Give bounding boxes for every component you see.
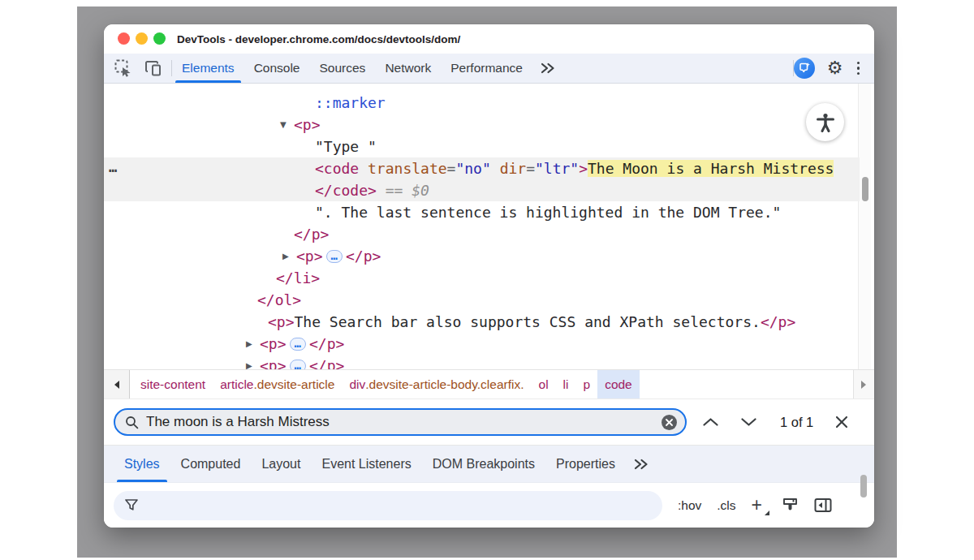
sidebar-scrollbar-thumb[interactable] bbox=[860, 475, 867, 498]
clear-search-icon[interactable] bbox=[662, 415, 677, 430]
code-token-tag: </p> bbox=[346, 248, 381, 265]
more-tabs-icon[interactable] bbox=[532, 54, 563, 83]
collapsed-content-ellipsis-button[interactable]: … bbox=[290, 338, 306, 351]
dom-tree-line[interactable]: <p>…</p> bbox=[260, 333, 344, 355]
dom-tree-line[interactable]: </p> bbox=[294, 223, 329, 245]
devtools-window: DevTools - developer.chrome.com/docs/dev… bbox=[104, 24, 874, 528]
device-toolbar-icon[interactable] bbox=[144, 59, 163, 77]
dom-tree-line[interactable]: "Type " bbox=[315, 136, 377, 157]
breadcrumb-token-tag: ol bbox=[539, 377, 549, 392]
dom-tree-line[interactable]: ::marker bbox=[315, 92, 386, 114]
toolbar-right-icons: ⚙ bbox=[794, 54, 874, 83]
tab-elements[interactable]: Elements bbox=[172, 54, 244, 83]
dom-tree-line[interactable]: </li> bbox=[276, 267, 320, 289]
tab-network[interactable]: Network bbox=[375, 54, 441, 83]
code-token-tag: <p> bbox=[294, 116, 321, 133]
sidebar-tab-dom-breakpoints[interactable]: DOM Breakpoints bbox=[422, 446, 545, 482]
ai-assistant-icon[interactable] bbox=[794, 58, 815, 79]
toggle-element-classes-button[interactable]: .cls bbox=[717, 498, 735, 513]
sidebar-tab-properties[interactable]: Properties bbox=[545, 446, 626, 482]
code-token-marker: ::marker bbox=[315, 94, 386, 111]
code-token-attr: translate bbox=[368, 160, 447, 177]
code-token-text bbox=[491, 160, 500, 177]
close-search-icon[interactable] bbox=[831, 410, 852, 434]
toggle-pseudo-state-button[interactable]: :hov bbox=[678, 498, 701, 513]
breadcrumb-token-tag: article bbox=[220, 377, 253, 392]
sidebar-tabs: StylesComputedLayoutEvent ListenersDOM B… bbox=[104, 446, 874, 483]
toggle-sidebar-panel-icon[interactable] bbox=[814, 498, 832, 513]
dom-scrollbar[interactable] bbox=[858, 84, 871, 369]
window-title: DevTools - developer.chrome.com/docs/dev… bbox=[177, 24, 460, 54]
code-token-attr: dir bbox=[500, 160, 527, 177]
sidebar-tab-computed[interactable]: Computed bbox=[170, 446, 252, 482]
sidebar-tabs-list: StylesComputedLayoutEvent ListenersDOM B… bbox=[114, 446, 626, 482]
dom-tree-line[interactable]: ". The last sentence is highlighted in t… bbox=[315, 201, 781, 223]
code-token-tag: <code bbox=[315, 160, 359, 177]
breadcrumb-token-tag: div bbox=[349, 377, 365, 392]
breadcrumb-token-cls: .devsite-article bbox=[254, 377, 335, 392]
sidebar-tab-event-listeners[interactable]: Event Listeners bbox=[311, 446, 421, 482]
traffic-lights bbox=[118, 32, 166, 45]
styles-filter-input[interactable] bbox=[114, 491, 662, 520]
new-style-rule-button[interactable]: + bbox=[752, 495, 766, 516]
collapsed-content-ellipsis-button[interactable]: … bbox=[290, 360, 306, 369]
breadcrumb-token-tag: p bbox=[584, 377, 591, 392]
rendering-brush-icon[interactable] bbox=[782, 497, 799, 514]
sidebar-more-tabs-icon[interactable] bbox=[626, 446, 657, 482]
dom-tree: …::marker▼<p>"Type "<code translate="no"… bbox=[104, 84, 874, 369]
dom-tree-line[interactable]: <p>…</p> bbox=[260, 355, 344, 369]
code-token-tag: </p> bbox=[309, 357, 344, 369]
collapse-node-icon[interactable]: ▼ bbox=[280, 114, 287, 136]
more-options-icon[interactable] bbox=[855, 60, 862, 77]
tab-sources[interactable]: Sources bbox=[310, 54, 376, 83]
sidebar-tab-layout[interactable]: Layout bbox=[251, 446, 311, 482]
next-result-icon[interactable] bbox=[738, 410, 759, 434]
close-window-button[interactable] bbox=[118, 32, 130, 45]
breadcrumb-item-div-devsite-article-body-clearfix[interactable]: div.devsite-article-body.clearfix. bbox=[342, 370, 531, 398]
styles-filter-bar: :hov .cls + bbox=[104, 483, 874, 528]
collapsed-content-ellipsis-button[interactable]: … bbox=[326, 250, 343, 263]
breadcrumb-item-code[interactable]: code bbox=[597, 370, 640, 398]
minimize-window-button[interactable] bbox=[136, 32, 148, 45]
search-input[interactable] bbox=[146, 414, 654, 430]
breadcrumb-item-ol[interactable]: ol bbox=[532, 370, 556, 398]
tab-performance[interactable]: Performance bbox=[441, 54, 532, 83]
dom-scrollbar-thumb[interactable] bbox=[862, 177, 868, 201]
toolbar-spacer bbox=[563, 54, 793, 83]
code-token-tag: <p> bbox=[260, 357, 287, 369]
code-token-tag: </p> bbox=[309, 335, 344, 352]
expand-node-icon[interactable]: ▶ bbox=[246, 333, 252, 355]
tab-console[interactable]: Console bbox=[244, 54, 310, 83]
breadcrumb-item-p[interactable]: p bbox=[576, 370, 598, 398]
breadcrumb-item-article-devsite-article[interactable]: article.devsite-article bbox=[213, 370, 342, 398]
breadcrumb-token-cls: .devsite-article-body.clearfix. bbox=[365, 377, 524, 392]
code-token-tag: > bbox=[579, 160, 588, 177]
dom-tree-line[interactable]: <p> bbox=[294, 114, 321, 136]
inspect-element-icon[interactable] bbox=[114, 59, 133, 77]
dom-tree-line[interactable]: <p>The Search bar also supports CSS and … bbox=[268, 311, 795, 333]
dom-tree-line[interactable]: </ol> bbox=[257, 289, 301, 311]
sidebar-tab-styles[interactable]: Styles bbox=[114, 446, 170, 482]
previous-result-icon[interactable] bbox=[700, 410, 721, 434]
dom-tree-line[interactable]: <code translate="no" dir="ltr">The Moon … bbox=[315, 157, 834, 179]
breadcrumb-scroll-right-icon[interactable] bbox=[853, 370, 874, 398]
dom-tree-line[interactable]: </code> == $0 bbox=[315, 179, 429, 201]
code-token-val: "no" bbox=[455, 160, 490, 177]
accessibility-fab[interactable] bbox=[806, 103, 844, 141]
node-options-dots-icon[interactable]: … bbox=[109, 157, 118, 179]
breadcrumb-item-site-content[interactable]: site-content bbox=[133, 370, 213, 398]
code-token-tag: </p> bbox=[761, 313, 795, 330]
settings-gear-icon[interactable]: ⚙ bbox=[827, 59, 843, 77]
breadcrumb-item-li[interactable]: li bbox=[556, 370, 576, 398]
maximize-window-button[interactable] bbox=[153, 32, 166, 45]
expand-node-icon[interactable]: ▶ bbox=[246, 355, 252, 369]
breadcrumb-scroll-left-icon[interactable] bbox=[104, 370, 130, 398]
code-token-meta-i: $0 bbox=[412, 182, 429, 199]
code-token-tag: </code> bbox=[315, 182, 377, 199]
search-bar: 1 of 1 bbox=[104, 399, 874, 446]
breadcrumb-bar: site-contentarticle.devsite-articlediv.d… bbox=[104, 369, 874, 399]
search-pill bbox=[114, 408, 687, 436]
dom-tree-line[interactable]: <p>…</p> bbox=[296, 245, 381, 267]
expand-node-icon[interactable]: ▶ bbox=[282, 245, 289, 267]
filter-funnel-icon bbox=[124, 498, 139, 512]
